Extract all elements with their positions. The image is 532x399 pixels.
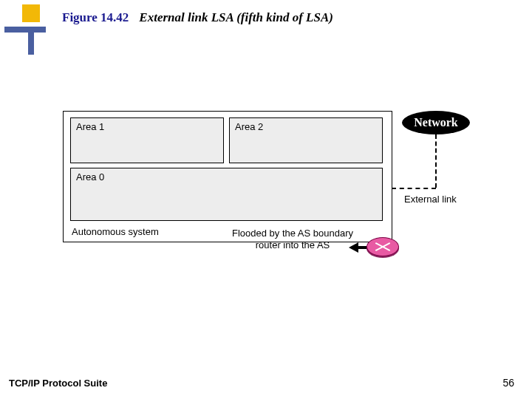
area-2-label: Area 2 [235,121,263,132]
external-link-vertical [435,134,437,188]
as-diagram: Area 1 Area 2 Area 0 Flooded by the AS b… [63,111,392,242]
external-link-label: External link [404,194,457,205]
area-1-box: Area 1 [70,117,224,163]
figure-title: Figure 14.42 External link LSA (fifth ki… [62,10,333,25]
area-0-box: Area 0 Flooded by the AS boundary router… [70,168,383,221]
network-cloud: Network [402,111,470,134]
area-0-label: Area 0 [76,171,104,183]
flood-caption: Flooded by the AS boundary router into t… [226,228,359,252]
slide: Figure 14.42 External link LSA (fifth ki… [0,0,532,399]
footer-suite: TCP/IP Protocol Suite [9,378,107,389]
slide-logo [4,4,46,56]
logo-block-a [22,4,40,22]
arrow-head-icon [349,242,358,253]
network-label: Network [414,116,458,129]
area-1-label: Area 1 [76,121,104,132]
logo-block-b [4,27,46,33]
page-number: 56 [502,377,514,389]
figure-number: Figure 14.42 [62,10,129,25]
area-2-box: Area 2 [229,117,383,163]
external-link-horizontal [392,188,436,189]
autonomous-system-label: Autonomous system [72,226,159,237]
logo-block-c [28,27,34,55]
boundary-router-icon [366,237,399,256]
figure-caption: External link LSA (fifth kind of LSA) [139,10,333,25]
